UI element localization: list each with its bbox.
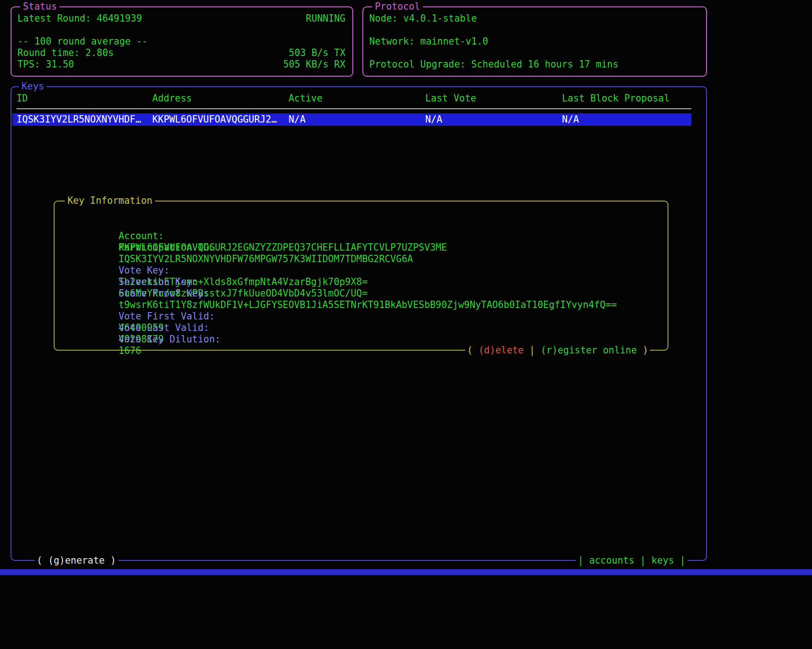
column-header-id: ID	[17, 93, 152, 104]
vote-first-valid-label: Vote First Valid:	[118, 311, 215, 322]
keys-panel: Keys ID Address Active Last Vote Last Bl…	[11, 86, 707, 561]
key-information-title: Key Information	[65, 195, 155, 207]
participation-id-value: IQSK3IYV2LR5NOXNYVHDFW76MPGW757K3WIIDOM7…	[118, 253, 413, 264]
column-header-last-block-proposal: Last Block Proposal	[562, 93, 691, 104]
key-table-row-selected[interactable]: IQSK3IYV2LR5NOXNYVHDF… KKPWL6OFVUFOAVQGG…	[12, 113, 691, 126]
vote-key-dilution-value: 1676	[118, 345, 141, 356]
generate-key-action[interactable]: ( (g)enerate )	[34, 555, 118, 566]
actions-separator: |	[523, 345, 540, 356]
column-header-last-vote: Last Vote	[425, 93, 562, 104]
vote-key-dilution-label: Vote Key Dilution:	[118, 334, 220, 345]
actions-close-paren: )	[637, 345, 648, 356]
cell-active: N/A	[289, 114, 425, 125]
latest-round-text: Latest Round: 46491939	[17, 13, 142, 24]
delete-key-action[interactable]: (d)elete	[478, 345, 524, 356]
status-panel-content: Latest Round: 46491939 RUNNING -- 100 ro…	[11, 7, 352, 70]
participation-id-label: Participation ID:	[118, 242, 215, 253]
footer-nav-tabs[interactable]: | accounts | keys |	[576, 555, 688, 566]
vote-key-label: Vote Key:	[118, 265, 169, 276]
column-header-active: Active	[289, 93, 425, 104]
table-header-rule	[17, 108, 691, 109]
rx-rate-text: 505 KB/s RX	[283, 59, 345, 70]
protocol-panel-content: Node: v4.0.1-stable Network: mainnet-v1.…	[363, 7, 706, 70]
actions-open-paren: (	[467, 345, 478, 356]
protocol-upgrade-text: Protocol Upgrade: Scheduled 16 hours 17 …	[369, 59, 699, 70]
tx-rate-text: 503 B/s TX	[289, 47, 345, 59]
cell-last-block-proposal: N/A	[562, 114, 691, 125]
column-header-address: Address	[152, 93, 289, 104]
bottom-bar	[0, 569, 812, 575]
vote-last-valid-label: Vote Last Valid:	[118, 322, 209, 333]
key-actions-label: ( (d)elete | (r)egister online )	[465, 345, 650, 356]
node-version-text: Node: v4.0.1-stable	[369, 13, 699, 24]
cell-id: IQSK3IYV2LR5NOXNYVHDF…	[17, 114, 152, 125]
register-online-action[interactable]: (r)egister online	[540, 345, 637, 356]
selection-key-label: Selection Key:	[118, 276, 198, 287]
keys-panel-title: Keys	[19, 81, 47, 92]
key-information-content: Account: KKPWL6OFVUFOAVQGGURJ2EGNZYZZDPE…	[55, 201, 667, 334]
protocol-panel: Protocol Node: v4.0.1-stable Network: ma…	[362, 6, 707, 77]
status-panel: Status Latest Round: 46491939 RUNNING --…	[11, 6, 353, 77]
terminal-screen: Status Latest Round: 46491939 RUNNING --…	[0, 0, 812, 649]
network-text: Network: mainnet-v1.0	[369, 36, 699, 47]
round-average-header: -- 100 round average --	[17, 36, 148, 47]
key-information-panel: Key Information Account: KKPWL6OFVUFOAVQ…	[54, 201, 668, 351]
keys-table-header: ID Address Active Last Vote Last Block P…	[17, 93, 691, 104]
state-proof-key-value: t9wsrK6tiT1Y8zfWUkDF1V+LJGFYSEOVB1JiA5SE…	[118, 299, 617, 310]
round-time-text: Round time: 2.80s	[17, 47, 114, 59]
cell-address: KKPWL6OFVUFOAVQGGURJ2…	[152, 114, 289, 125]
status-panel-title: Status	[20, 1, 60, 12]
state-proof-key-label: State Proof Key:	[118, 288, 209, 299]
tps-text: TPS: 31.50	[17, 59, 74, 70]
node-state-badge: RUNNING	[306, 13, 345, 24]
cell-last-vote: N/A	[425, 114, 562, 125]
account-label: Account:	[118, 230, 164, 241]
protocol-panel-title: Protocol	[372, 1, 423, 12]
